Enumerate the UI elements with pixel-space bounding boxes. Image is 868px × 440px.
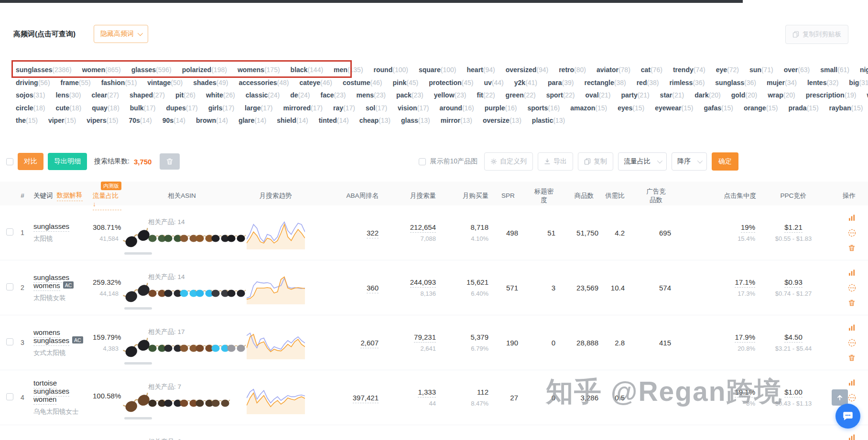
ppc-bid-value[interactable]: $0.93 xyxy=(784,278,803,288)
ppc-bid-value[interactable]: $1.00 xyxy=(784,388,803,397)
tag-tinted[interactable]: tinted(14) xyxy=(319,117,349,124)
tag-vision[interactable]: vision(17) xyxy=(398,104,429,112)
tag-oversized[interactable]: oversized(94) xyxy=(506,66,549,74)
sort-field-select[interactable]: 流量占比 xyxy=(618,152,667,171)
tag-driving[interactable]: driving(56) xyxy=(16,79,50,86)
tag-large[interactable]: large(17) xyxy=(245,104,272,112)
tag-pack[interactable]: pack(23) xyxy=(396,91,423,99)
product-image-main[interactable] xyxy=(123,339,151,358)
monthly-searches-value[interactable]: 212,654 xyxy=(410,223,436,233)
tag-prescription[interactable]: prescription(19) xyxy=(806,91,857,99)
monthly-searches-value[interactable]: 1,333 xyxy=(418,388,436,397)
tag-rectangle[interactable]: rectangle(38) xyxy=(585,79,626,86)
tag-big[interactable]: big(31) xyxy=(849,79,868,86)
trash-icon[interactable] xyxy=(848,299,856,307)
tag-cheap[interactable]: cheap(13) xyxy=(359,117,391,124)
tag-para[interactable]: para(39) xyxy=(548,79,574,86)
tag-women[interactable]: women(865) xyxy=(82,66,121,74)
thumbnail-scrollbar[interactable] xyxy=(124,307,152,310)
tag-y2k[interactable]: y2k(41) xyxy=(514,79,537,86)
tag-girls[interactable]: girls(17) xyxy=(208,104,234,112)
tag-womens[interactable]: womens(175) xyxy=(238,66,280,74)
tag-de[interactable]: de(24) xyxy=(290,91,310,99)
click-concentration-value[interactable]: 17.1% xyxy=(735,278,755,288)
delete-button[interactable] xyxy=(160,153,180,170)
tag-70s[interactable]: 70s(14) xyxy=(129,117,152,124)
tag-accessories[interactable]: accessories(48) xyxy=(239,79,289,86)
scroll-to-top-button[interactable] xyxy=(832,389,848,406)
chart-icon[interactable] xyxy=(848,324,856,332)
select-all-checkbox[interactable] xyxy=(6,158,13,165)
data-note-link[interactable]: 数据解释 xyxy=(57,191,83,201)
tag-mirror[interactable]: mirror(13) xyxy=(441,117,472,124)
export-button[interactable]: 导出 xyxy=(538,152,573,171)
customize-columns-button[interactable]: 自定义列 xyxy=(484,152,533,171)
tag-glasses[interactable]: glasses(596) xyxy=(131,66,172,74)
more-actions-icon[interactable] xyxy=(848,394,856,402)
tag-plastic[interactable]: plastic(13) xyxy=(532,117,565,124)
tag-cateye[interactable]: cateye(46) xyxy=(299,79,332,86)
tag-ray[interactable]: ray(17) xyxy=(333,104,355,112)
tag-sports[interactable]: sports(16) xyxy=(527,104,560,112)
tag-amazon[interactable]: amazon(15) xyxy=(570,104,607,112)
tag-gold[interactable]: gold(20) xyxy=(731,91,757,99)
tag-yellow[interactable]: yellow(23) xyxy=(434,91,467,99)
tag-protection[interactable]: protection(45) xyxy=(429,79,473,86)
tag-rimless[interactable]: rimless(36) xyxy=(669,79,705,86)
click-concentration-value[interactable]: 19% xyxy=(741,223,755,233)
tag-sol[interactable]: sol(17) xyxy=(366,104,387,112)
thumbnail-scrollbar[interactable] xyxy=(124,362,152,365)
chat-bubble-button[interactable] xyxy=(835,404,860,429)
tag-shades[interactable]: shades(49) xyxy=(193,79,228,86)
product-thumbnails[interactable] xyxy=(123,392,230,414)
tag-costume[interactable]: costume(46) xyxy=(343,79,382,86)
tag-over[interactable]: over(63) xyxy=(784,66,810,74)
tag-aviator[interactable]: aviator(78) xyxy=(597,66,630,74)
tag-viper[interactable]: viper(15) xyxy=(48,117,76,124)
tag-uv[interactable]: uv(44) xyxy=(484,79,504,86)
tag-mens[interactable]: mens(23) xyxy=(356,91,385,99)
keyword-link[interactable]: womens sunglasses xyxy=(33,328,69,346)
aba-rank-value[interactable]: 2,607 xyxy=(360,339,379,348)
tag-circle[interactable]: circle(18) xyxy=(16,104,45,112)
product-image-thumb[interactable] xyxy=(211,397,230,410)
tag-sport[interactable]: sport(22) xyxy=(546,91,575,99)
tag-round[interactable]: round(100) xyxy=(374,66,408,74)
more-actions-icon[interactable] xyxy=(848,284,856,292)
product-image-main[interactable] xyxy=(123,229,151,248)
more-actions-icon[interactable] xyxy=(848,229,856,237)
tag-orange[interactable]: orange(15) xyxy=(744,104,778,112)
tag-classic[interactable]: classic(24) xyxy=(246,91,280,99)
tag-heart[interactable]: heart(94) xyxy=(467,66,495,74)
tag-cat[interactable]: cat(76) xyxy=(641,66,662,74)
row-checkbox[interactable] xyxy=(6,393,13,400)
click-concentration-value[interactable]: 19.1% xyxy=(735,388,755,397)
tag-men[interactable]: men(135) xyxy=(334,66,363,74)
product-image-main[interactable] xyxy=(123,394,151,413)
tag-rayban[interactable]: rayban(15) xyxy=(829,104,863,112)
tag-glare[interactable]: glare(14) xyxy=(239,117,266,124)
export-detail-button[interactable]: 导出明细 xyxy=(48,153,87,170)
tag-sunglasses[interactable]: sunglasses(2386) xyxy=(16,66,72,74)
tag-red[interactable]: red(38) xyxy=(637,79,659,86)
tag-small[interactable]: small(61) xyxy=(820,66,849,74)
chart-icon[interactable] xyxy=(848,214,856,222)
col-products[interactable]: 商品数 xyxy=(567,192,601,200)
keyword-link[interactable]: tortoise sunglasses women xyxy=(33,379,69,405)
monthly-searches-value[interactable]: 244,093 xyxy=(410,278,436,288)
tag-dupes[interactable]: dupes(17) xyxy=(166,104,197,112)
product-thumbnails[interactable] xyxy=(123,337,246,359)
tag-lentes[interactable]: lentes(32) xyxy=(807,79,838,86)
copy-button[interactable]: 复制 xyxy=(578,152,613,171)
tag-sun[interactable]: sun(71) xyxy=(749,66,773,74)
product-thumbnails[interactable] xyxy=(123,227,246,249)
tag-pink[interactable]: pink(45) xyxy=(392,79,418,86)
ppc-bid-value[interactable]: $4.50 xyxy=(784,333,803,343)
thumbnail-scrollbar[interactable] xyxy=(124,417,152,419)
sort-order-select[interactable]: 降序 xyxy=(672,152,707,171)
tag-around[interactable]: around(16) xyxy=(439,104,474,112)
tag-oval[interactable]: oval(21) xyxy=(586,91,611,99)
copy-to-clipboard-button[interactable]: 复制到剪贴板 xyxy=(785,25,848,44)
row-checkbox[interactable] xyxy=(6,228,13,236)
col-spr[interactable]: SPR xyxy=(495,192,521,200)
